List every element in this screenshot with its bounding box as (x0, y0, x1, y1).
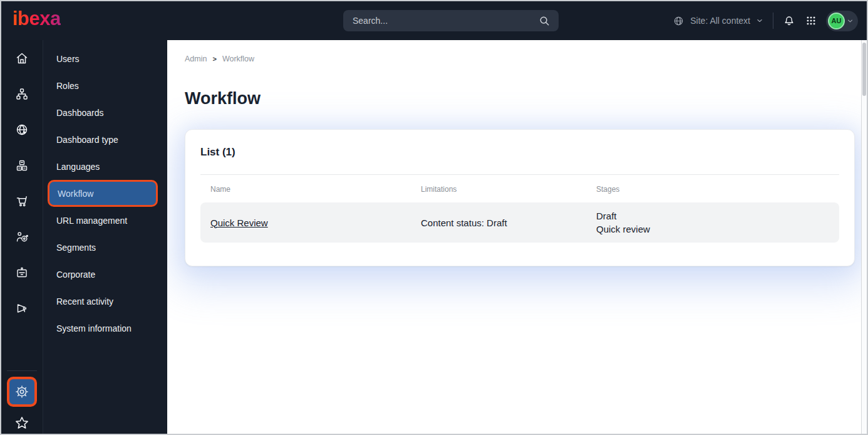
table-header-row: Name Limitations Stages (200, 185, 839, 194)
topbar-right: Site: All context (672, 1, 858, 40)
table-row: Quick Review Content status: Draft Draft… (200, 202, 839, 243)
site-globe-icon (14, 122, 29, 137)
notifications-button[interactable] (782, 14, 796, 28)
marketing-megaphone-icon (14, 301, 29, 316)
breadcrumb-separator: > (212, 55, 216, 63)
admin-sidebar: Users Roles Dashboards Dashboard type La… (43, 40, 167, 435)
rail-divider (7, 370, 37, 371)
site-context-dropdown[interactable]: Site: All context (672, 14, 764, 28)
workflow-name-link[interactable]: Quick Review (210, 218, 268, 228)
rail-item-customers[interactable] (14, 229, 29, 244)
breadcrumb-item-admin[interactable]: Admin (185, 55, 207, 63)
chevron-down-icon (755, 16, 764, 25)
sidebar-item-recent-activity[interactable]: Recent activity (43, 288, 167, 315)
user-menu[interactable]: AU (826, 11, 858, 31)
sidebar-item-roles[interactable]: Roles (43, 72, 167, 99)
stages-cell: Draft Quick review (596, 209, 839, 236)
rail-item-admin-settings[interactable] (7, 377, 37, 407)
home-icon (14, 51, 29, 66)
workflow-list-card: List (1) Name Limitations Stages Quick R… (185, 129, 855, 266)
rail-item-commerce[interactable] (14, 194, 29, 209)
commerce-cart-icon (14, 194, 29, 209)
grid-icon (805, 14, 817, 27)
sidebar-item-users[interactable]: Users (43, 45, 167, 72)
topbar: ibexa Site: All context (1, 1, 867, 40)
sidebar-item-languages[interactable]: Languages (43, 153, 167, 180)
breadcrumb: Admin > Workflow (185, 55, 254, 63)
content-tree-icon (14, 86, 29, 102)
sidebar-item-workflow[interactable]: Workflow (48, 180, 158, 207)
card-divider (200, 174, 839, 175)
sidebar-item-segments[interactable]: Segments (43, 234, 167, 261)
column-header-limitations: Limitations (421, 185, 596, 194)
chevron-down-icon (846, 17, 854, 25)
ibexa-logo: ibexa (13, 8, 61, 30)
main-content: Admin > Workflow Workflow List (1) Name … (167, 40, 868, 435)
bell-icon (782, 14, 796, 28)
sidebar-item-dashboard-type[interactable]: Dashboard type (43, 126, 167, 153)
rail-item-home[interactable] (14, 51, 29, 66)
bookmarks-star-icon (14, 415, 30, 431)
settings-gear-icon (14, 384, 30, 400)
sidebar-item-corporate[interactable]: Corporate (43, 261, 167, 288)
site-context-label: Site: All context (690, 16, 750, 26)
sidebar-item-url-management[interactable]: URL management (43, 207, 167, 234)
rail-item-corporate[interactable] (14, 265, 29, 280)
icon-rail (1, 40, 43, 435)
breadcrumb-item-workflow: Workflow (222, 55, 254, 63)
sidebar-item-system-information[interactable]: System information (43, 315, 167, 342)
stage-item: Draft (596, 209, 839, 223)
column-header-stages: Stages (596, 185, 839, 194)
list-heading: List (1) (200, 145, 839, 160)
rail-item-content[interactable] (14, 86, 29, 102)
rail-item-bookmarks[interactable] (14, 415, 30, 431)
sidebar-item-dashboards[interactable]: Dashboards (43, 99, 167, 126)
stage-item: Quick review (596, 223, 839, 236)
rail-item-marketing[interactable] (14, 301, 29, 316)
topbar-divider (773, 13, 773, 29)
products-boxes-icon (14, 158, 29, 173)
customers-target-icon (14, 229, 29, 244)
global-search[interactable] (343, 10, 559, 31)
scrollbar-thumb[interactable] (862, 43, 866, 96)
search-input[interactable] (343, 16, 537, 26)
corporate-badge-icon (14, 265, 29, 280)
rail-item-site[interactable] (14, 122, 29, 137)
page-title: Workflow (185, 89, 261, 108)
column-header-name: Name (210, 185, 421, 194)
globe-icon (672, 14, 685, 28)
avatar: AU (828, 13, 845, 29)
search-icon (537, 14, 559, 28)
app-switcher-button[interactable] (805, 14, 817, 27)
limitations-cell: Content status: Draft (421, 218, 596, 228)
rail-item-products[interactable] (14, 158, 29, 173)
vertical-scrollbar[interactable] (861, 40, 867, 434)
